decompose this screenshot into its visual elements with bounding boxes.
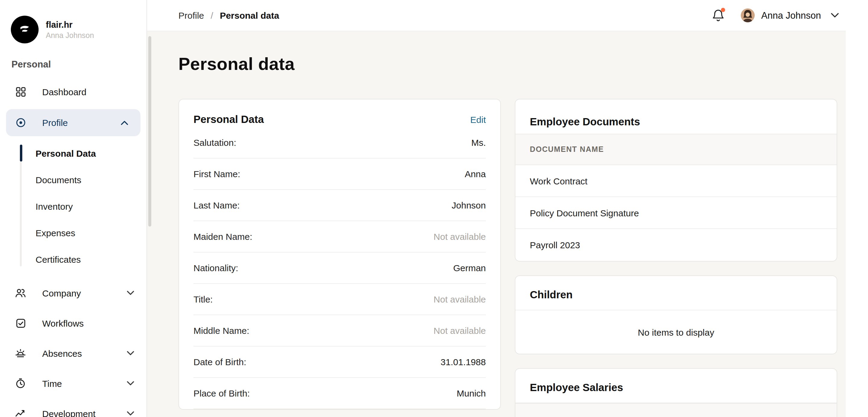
document-row[interactable]: Payroll 2023 xyxy=(516,229,837,261)
chevron-up-icon xyxy=(121,120,128,125)
topbar: Profile / Personal data xyxy=(147,0,868,31)
field-row: Nationality: German xyxy=(193,253,486,284)
sidebar-item-label: Workflows xyxy=(42,318,84,328)
sidebar-item-company[interactable]: Company xyxy=(0,280,147,306)
grid-icon xyxy=(14,87,27,97)
sidebar-item-workflows[interactable]: Workflows xyxy=(0,310,147,335)
sidebar-scrollbar-thumb[interactable] xyxy=(148,36,151,227)
document-row[interactable]: Work Contract xyxy=(516,165,837,197)
breadcrumb-parent[interactable]: Profile xyxy=(179,10,204,21)
field-label: Title: xyxy=(193,294,213,304)
sidebar-subitem-label: Expenses xyxy=(36,227,75,238)
chevron-down-icon xyxy=(127,351,134,356)
breadcrumb-separator: / xyxy=(211,10,213,21)
notification-dot xyxy=(721,7,725,12)
sidebar-subitem-label: Documents xyxy=(36,174,82,185)
chevron-down-icon xyxy=(127,290,134,295)
sidebar-nav: Dashboard Profile Personal Data xyxy=(0,79,147,417)
card-personal-data-header: Personal Data Edit xyxy=(179,99,500,127)
field-row: Title: Not available xyxy=(193,284,486,315)
card-title: Employee Salaries xyxy=(530,381,623,394)
user-avatar[interactable] xyxy=(741,8,755,22)
field-row: First Name: Anna xyxy=(193,159,486,190)
field-label: Date of Birth: xyxy=(193,357,246,367)
sidebar-item-development[interactable]: Development xyxy=(0,401,147,417)
card-columns: Personal Data Edit Salutation: Ms. First… xyxy=(179,99,868,417)
sidebar-item-label: Dashboard xyxy=(42,87,87,97)
sidebar-subitem-expenses[interactable]: Expenses xyxy=(0,219,147,246)
card-title: Children xyxy=(530,289,572,301)
brand-text: flair.hr Anna Johnson xyxy=(46,20,94,39)
chevron-down-icon xyxy=(127,411,134,416)
field-label: Maiden Name: xyxy=(193,231,252,242)
sidebar-item-profile[interactable]: Profile xyxy=(6,109,141,136)
field-value: German xyxy=(453,263,486,273)
document-name: Work Contract xyxy=(530,175,587,186)
notifications-button[interactable] xyxy=(711,8,725,23)
card-title: Personal Data xyxy=(193,113,264,126)
sidebar-item-label: Company xyxy=(42,288,81,298)
document-name: Policy Document Signature xyxy=(530,207,639,218)
sidebar-subitem-label: Inventory xyxy=(36,201,73,211)
chart-icon xyxy=(14,408,27,417)
field-value: Not available xyxy=(434,231,486,242)
card-employee-salaries: Employee Salaries xyxy=(515,368,837,417)
field-value: Not available xyxy=(434,294,486,304)
sidebar-section-label: Personal xyxy=(11,59,147,70)
document-row[interactable]: Policy Document Signature xyxy=(516,197,837,229)
field-label: Nationality: xyxy=(193,263,238,273)
sidebar-subitem-label: Personal Data xyxy=(36,148,96,158)
breadcrumb-current: Personal data xyxy=(220,10,279,21)
record-icon xyxy=(14,118,27,128)
brand: flair.hr Anna Johnson xyxy=(0,0,147,43)
people-icon xyxy=(14,287,27,298)
brand-logo-icon xyxy=(11,16,38,43)
sidebar-item-label: Time xyxy=(42,378,62,388)
sidebar-item-time[interactable]: Time xyxy=(0,371,147,396)
field-row: Salutation: Ms. xyxy=(193,127,486,159)
sidebar-item-dashboard[interactable]: Dashboard xyxy=(0,79,147,104)
user-name[interactable]: Anna Johnson xyxy=(761,10,821,21)
field-value: 31.01.1988 xyxy=(441,357,486,367)
sidebar-item-absences[interactable]: Absences xyxy=(0,341,147,366)
sunrise-icon xyxy=(14,348,27,358)
field-label: Last Name: xyxy=(193,200,240,210)
edit-button[interactable]: Edit xyxy=(470,114,486,124)
field-value: Ms. xyxy=(471,137,486,148)
main-scrollbar-gutter[interactable] xyxy=(846,0,868,417)
card-employee-documents: Employee Documents DOCUMENT NAME Work Co… xyxy=(515,99,837,261)
field-label: Salutation: xyxy=(193,137,236,148)
clock-icon xyxy=(14,378,27,389)
sidebar-item-label: Profile xyxy=(42,118,68,128)
sidebar-item-label: Absences xyxy=(42,348,82,358)
children-empty-state: No items to display xyxy=(516,310,837,354)
field-row: Middle Name: Not available xyxy=(193,315,486,347)
sidebar-subitem-certificates[interactable]: Certificates xyxy=(0,246,147,272)
field-row: Date of Birth: 31.01.1988 xyxy=(193,347,486,378)
field-label: Place of Birth: xyxy=(193,388,250,398)
documents-column-header: DOCUMENT NAME xyxy=(516,134,837,165)
field-row: Place of Birth: Munich xyxy=(193,378,486,409)
field-label: First Name: xyxy=(193,169,240,179)
topbar-right: Anna Johnson xyxy=(711,8,839,23)
sidebar-subitem-inventory[interactable]: Inventory xyxy=(0,193,147,219)
column-header-label: DOCUMENT NAME xyxy=(530,145,604,154)
card-children: Children No items to display xyxy=(515,276,837,354)
document-name: Payroll 2023 xyxy=(530,240,580,250)
brand-user: Anna Johnson xyxy=(46,31,94,39)
chevron-down-icon[interactable] xyxy=(831,13,839,18)
right-column: Employee Documents DOCUMENT NAME Work Co… xyxy=(515,99,837,417)
field-value: Anna xyxy=(465,169,486,179)
card-personal-data: Personal Data Edit Salutation: Ms. First… xyxy=(179,99,501,410)
field-row: Maiden Name: Not available xyxy=(193,221,486,253)
sidebar-subitem-documents[interactable]: Documents xyxy=(0,166,147,193)
field-value: Johnson xyxy=(452,200,486,210)
card-employee-documents-header: Employee Documents xyxy=(516,99,837,134)
card-title: Employee Documents xyxy=(530,116,640,128)
card-employee-salaries-header: Employee Salaries xyxy=(516,369,837,403)
salaries-column-header xyxy=(516,403,837,417)
sidebar: flair.hr Anna Johnson Personal Dashboard xyxy=(0,0,147,417)
sidebar-subitem-personal-data[interactable]: Personal Data xyxy=(0,140,147,166)
chevron-down-icon xyxy=(127,381,134,386)
card-children-header: Children xyxy=(516,276,837,310)
